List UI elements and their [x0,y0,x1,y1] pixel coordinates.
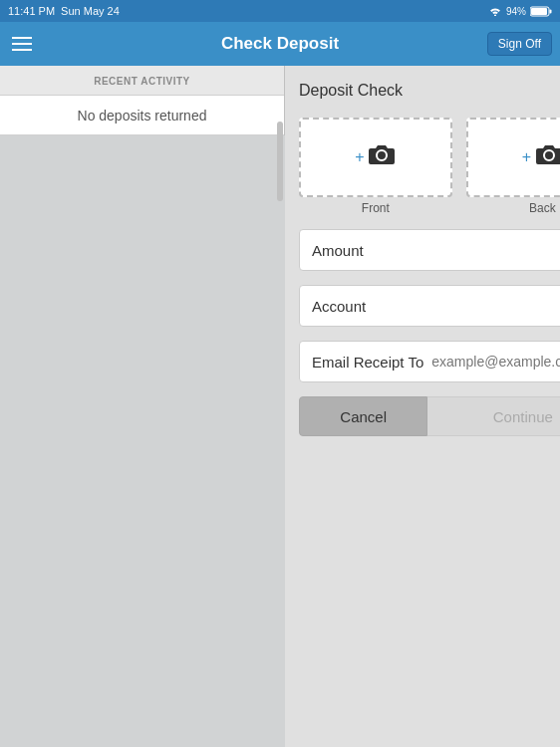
front-check-box: + Front [299,118,452,215]
svg-rect-1 [550,9,552,13]
date-display: Sun May 24 [61,5,120,17]
camera-icon-back [535,143,560,171]
no-deposits-message: No deposits returned [0,96,284,135]
recent-activity-header: RECENT ACTIVITY [0,66,284,96]
plus-icon-back: + [522,148,531,166]
back-label: Back [529,201,556,215]
continue-button[interactable]: Continue [427,396,560,436]
account-label: Account [312,298,366,315]
email-receipt-row: Email Receipt To [299,341,560,382]
hamburger-icon [12,37,32,39]
cancel-button[interactable]: Cancel [299,396,427,436]
time-display: 11:41 PM [8,5,55,17]
status-bar-right: 94% [488,6,552,17]
email-receipt-label: Email Receipt To [312,354,423,371]
wifi-icon [488,6,502,16]
hamburger-icon [12,43,32,45]
left-panel: RECENT ACTIVITY No deposits returned [0,66,285,135]
right-panel: Deposit Check + Front + [285,66,560,747]
hamburger-icon [12,49,32,51]
amount-row[interactable]: Amount › [299,229,560,271]
battery-icon [530,6,552,17]
camera-icon-front [368,143,396,171]
account-row[interactable]: Account › [299,285,560,327]
front-image-button[interactable]: + [299,118,452,197]
status-bar-left: 11:41 PM Sun May 24 [8,5,120,17]
amount-label: Amount [312,242,364,259]
email-input[interactable] [431,354,560,370]
menu-button[interactable] [12,37,32,51]
svg-rect-2 [531,8,547,15]
buttons-row: Cancel Continue [299,396,560,436]
status-bar: 11:41 PM Sun May 24 94% [0,0,560,22]
left-panel-wrapper: RECENT ACTIVITY No deposits returned [0,66,285,747]
front-label: Front [362,201,390,215]
nav-bar: Check Deposit Sign Off [0,22,560,66]
plus-icon-front: + [355,148,364,166]
battery-percent: 94% [506,6,526,17]
scroll-bar[interactable] [277,122,283,201]
page-title: Check Deposit [221,34,339,54]
check-images-row: + Front + [299,118,560,215]
main-layout: RECENT ACTIVITY No deposits returned Dep… [0,66,560,747]
sign-off-button[interactable]: Sign Off [487,32,552,56]
back-check-box: + Back [466,118,560,215]
deposit-check-title: Deposit Check [299,82,560,100]
back-image-button[interactable]: + [466,118,560,197]
